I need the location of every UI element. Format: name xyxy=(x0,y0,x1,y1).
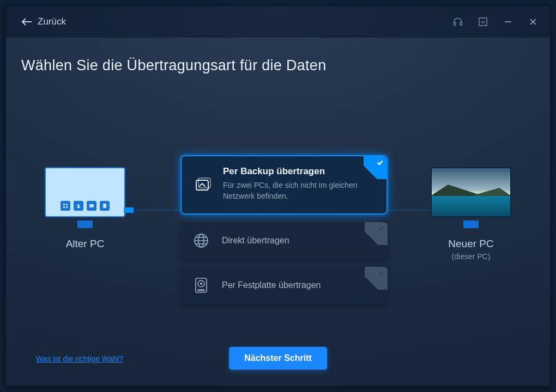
old-pc-stand xyxy=(77,220,93,228)
unselected-badge xyxy=(365,267,388,290)
old-pc-monitor-icon xyxy=(45,167,125,217)
option-disk[interactable]: Per Festplatte übertragen xyxy=(180,267,388,304)
minimize-icon xyxy=(504,18,512,26)
old-pc-label: Alter PC xyxy=(33,238,137,250)
minimize-button[interactable] xyxy=(495,11,521,33)
back-label: Zurück xyxy=(38,16,66,27)
svg-rect-0 xyxy=(454,22,456,26)
globe-icon xyxy=(190,230,212,252)
option-direct-title: Direkt übertragen xyxy=(222,236,377,246)
headset-icon xyxy=(452,16,463,27)
svg-rect-1 xyxy=(460,22,462,26)
dropdown-box-icon xyxy=(479,17,487,26)
arrow-left-icon xyxy=(21,17,32,26)
app-window: Zurück xyxy=(5,5,551,387)
option-disk-title: Per Festplatte übertragen xyxy=(222,280,377,290)
svg-rect-5 xyxy=(63,206,65,208)
transfer-box-icon xyxy=(191,173,213,195)
option-direct[interactable]: Direkt übertragen xyxy=(180,222,388,259)
svg-rect-2 xyxy=(479,18,487,26)
option-backup-desc: Für zwei PCs, die sich nicht im gleichen… xyxy=(223,180,376,201)
new-pc: Neuer PC (dieser PC) xyxy=(419,167,523,261)
option-backup-title: Per Backup übertragen xyxy=(223,166,376,177)
help-link[interactable]: Was ist die richtige Wahl? xyxy=(36,354,123,363)
back-button[interactable]: Zurück xyxy=(21,16,66,27)
support-button[interactable] xyxy=(445,11,470,33)
new-pc-stand xyxy=(463,220,479,228)
hard-drive-icon xyxy=(190,274,212,296)
svg-rect-4 xyxy=(66,204,68,205)
svg-point-18 xyxy=(198,280,204,287)
new-pc-label: Neuer PC xyxy=(419,238,523,250)
titlebar-controls xyxy=(445,11,546,33)
transfer-stage: Alter PC Neuer PC (dieser PC) xyxy=(6,93,550,337)
titlebar: Zurück xyxy=(6,6,550,38)
svg-point-19 xyxy=(201,283,202,285)
connection-marker xyxy=(124,207,134,213)
svg-rect-12 xyxy=(104,206,106,206)
svg-point-7 xyxy=(77,204,80,206)
footer: Was ist die richtige Wahl? Nächster Schr… xyxy=(6,337,550,386)
check-icon xyxy=(376,159,384,167)
selected-badge xyxy=(364,156,386,179)
svg-rect-11 xyxy=(104,205,106,205)
page-title: Wählen Sie die Übertragungsart für die D… xyxy=(6,38,550,74)
close-button[interactable] xyxy=(521,11,546,33)
close-icon xyxy=(529,18,537,26)
svg-rect-3 xyxy=(63,204,65,205)
check-icon xyxy=(378,225,385,232)
old-pc: Alter PC xyxy=(33,167,137,250)
option-backup[interactable]: Per Backup übertragen Für zwei PCs, die … xyxy=(180,155,388,215)
transfer-options: Per Backup übertragen Für zwei PCs, die … xyxy=(180,155,388,311)
svg-rect-6 xyxy=(66,206,68,208)
new-pc-sublabel: (dieser PC) xyxy=(419,252,523,261)
check-icon xyxy=(378,270,385,277)
next-button[interactable]: Nächster Schritt xyxy=(229,347,327,370)
unselected-badge xyxy=(365,222,388,245)
new-pc-monitor-icon xyxy=(431,167,511,217)
svg-rect-20 xyxy=(198,290,204,291)
menu-button[interactable] xyxy=(470,11,495,33)
